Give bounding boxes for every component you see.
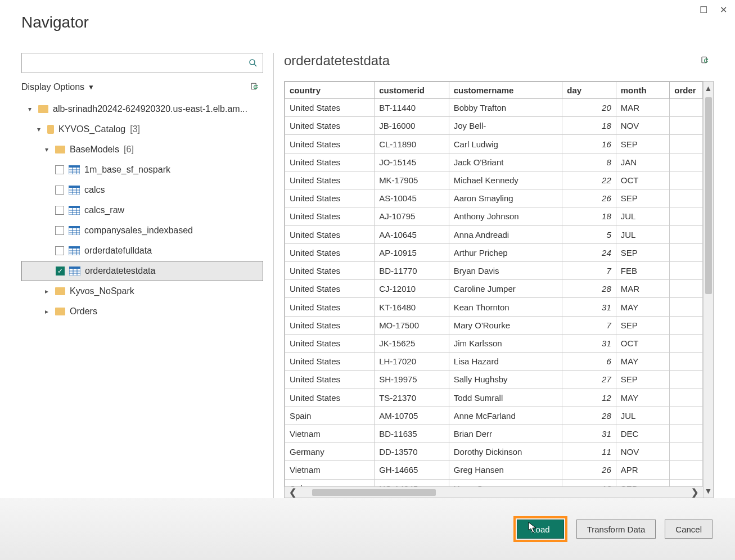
cancel-button[interactable]: Cancel [665, 520, 713, 539]
tree-item-orderdatetestdata[interactable]: ✓orderdatetestdata [21, 261, 263, 281]
cell-month: MAR [616, 99, 669, 117]
column-header-month[interactable]: month [616, 82, 669, 99]
column-header-order[interactable]: order [670, 82, 703, 99]
cell-customername: Brian Derr [449, 424, 562, 442]
table-row[interactable]: United StatesTS-21370Todd Sumrall12MAY [285, 389, 703, 407]
horizontal-scrollbar[interactable]: ❮ ❯ [285, 486, 703, 498]
table-row[interactable]: United StatesAJ-10795Anthony Johnson18JU… [285, 207, 703, 225]
table-row[interactable]: United StatesJO-15145Jack O'Briant8JAN [285, 153, 703, 171]
scroll-up-icon[interactable]: ▲ [705, 82, 713, 95]
cell-customerid: JK-15625 [375, 334, 449, 352]
cell-month: OCT [616, 334, 669, 352]
scroll-down-icon[interactable]: ▼ [705, 484, 713, 498]
tree-item-orderdatefulldata[interactable]: orderdatefulldata [21, 241, 263, 261]
table-icon [69, 165, 80, 174]
table-row[interactable]: United StatesAA-10645Anna Andreadi5JUL [285, 225, 703, 243]
table-row[interactable]: United StatesMO-17500Mary O'Rourke7SEP [285, 316, 703, 334]
table-row[interactable]: United StatesBD-11770Bryan Davis7FEB [285, 261, 703, 279]
table-row[interactable]: United StatesMK-17905Michael Kennedy22OC… [285, 171, 703, 189]
tree-count: [3] [130, 124, 140, 134]
tree-node-basemodels[interactable]: ▾ BaseModels [6] [21, 139, 263, 160]
cell-day: 18 [562, 117, 616, 135]
cell-order [670, 353, 703, 371]
table-row[interactable]: VietnamBD-11635Brian Derr31DEC [285, 424, 703, 442]
maximize-button[interactable]: ☐ [700, 4, 707, 15]
cell-country: Vietnam [285, 461, 375, 479]
column-header-country[interactable]: country [285, 82, 375, 99]
highlight-annotation: Load [513, 516, 567, 542]
display-options-dropdown[interactable]: Display Options ▼ [21, 82, 94, 92]
table-row[interactable]: United StatesJK-15625Jim Karlsson31OCT [285, 334, 703, 352]
cell-month: JUL [616, 207, 669, 225]
checkbox[interactable] [55, 226, 64, 235]
tree-label: Kyvos_NoSpark [70, 286, 134, 296]
table-row[interactable]: United StatesLH-17020Lisa Hazard6MAY [285, 353, 703, 371]
checkbox[interactable] [55, 186, 64, 195]
cell-customerid: AA-10645 [375, 225, 449, 243]
transform-data-button[interactable]: Transform Data [576, 520, 656, 539]
cell-day: 31 [562, 298, 616, 316]
table-row[interactable]: United StatesCL-11890Carl Ludwig16SEP [285, 135, 703, 153]
cell-country: United States [285, 389, 375, 407]
tree-node-root[interactable]: ▾ alb-srinadh20242-624920320.us-east-1.e… [21, 99, 263, 119]
column-header-customerid[interactable]: customerid [375, 82, 449, 99]
tree-item-1m_base_sf_nospark[interactable]: 1m_base_sf_nospark [21, 160, 263, 180]
checkbox[interactable]: ✓ [56, 267, 65, 276]
search-box[interactable] [21, 53, 263, 73]
table-row[interactable]: SpainAM-10705Anne McFarland28JUL [285, 407, 703, 424]
cell-country: United States [285, 298, 375, 316]
load-button[interactable]: Load [517, 520, 563, 539]
cell-month: MAY [616, 389, 669, 407]
search-input[interactable] [26, 58, 248, 68]
scrollbar-thumb[interactable] [312, 489, 436, 496]
refresh-preview-icon[interactable] [700, 56, 710, 66]
scrollbar-thumb[interactable] [705, 97, 712, 294]
tree-node-catalog[interactable]: ▾ KYVOS_Catalog [3] [21, 119, 263, 139]
checkbox[interactable] [55, 165, 64, 174]
cell-order [670, 171, 703, 189]
table-row[interactable]: United StatesAS-10045Aaron Smayling26SEP [285, 189, 703, 207]
folder-icon [55, 146, 65, 153]
cell-month: SEP [616, 189, 669, 207]
tree-item-label: orderdatefulldata [84, 246, 152, 256]
tree-item-calcs[interactable]: calcs [21, 180, 263, 200]
search-icon[interactable] [248, 58, 258, 68]
close-button[interactable]: ✕ [720, 4, 727, 15]
tree-item-calcs_raw[interactable]: calcs_raw [21, 200, 263, 220]
table-row[interactable]: United StatesKT-16480Kean Thornton31MAY [285, 298, 703, 316]
table-row[interactable]: United StatesCJ-12010Caroline Jumper28MA… [285, 280, 703, 298]
caret-down-icon: ▾ [35, 125, 43, 133]
table-icon [69, 186, 80, 195]
scroll-left-icon[interactable]: ❮ [285, 487, 301, 498]
cell-day: 16 [562, 135, 616, 153]
cell-month: SEP [616, 243, 669, 261]
table-row[interactable]: GermanyDD-13570Dorothy Dickinson11NOV [285, 443, 703, 461]
cell-order [670, 334, 703, 352]
cell-month: JUL [616, 407, 669, 424]
refresh-icon[interactable] [250, 82, 260, 92]
table-row[interactable]: United StatesBT-11440Bobby Trafton20MAR [285, 99, 703, 117]
table-row[interactable]: United StatesJB-16000Joy Bell-18NOV [285, 117, 703, 135]
checkbox[interactable] [55, 206, 64, 215]
tree-item-companysales_indexbased[interactable]: companysales_indexbased [21, 220, 263, 241]
vertical-scrollbar[interactable]: ▲ ▼ [703, 82, 713, 498]
cell-day: 7 [562, 261, 616, 279]
tree-node-orders[interactable]: ▸ Orders [21, 301, 263, 322]
scroll-right-icon[interactable]: ❯ [687, 487, 703, 498]
column-header-customername[interactable]: customername [449, 82, 562, 99]
cell-day: 26 [562, 461, 616, 479]
cell-customerid: JO-15145 [375, 153, 449, 171]
cell-order [670, 189, 703, 207]
table-row[interactable]: VietnamGH-14665Greg Hansen26APR [285, 461, 703, 479]
checkbox[interactable] [55, 246, 64, 255]
cell-day: 24 [562, 243, 616, 261]
table-row[interactable]: United StatesAP-10915Arthur Prichep24SEP [285, 243, 703, 261]
tree-node-nospark[interactable]: ▸ Kyvos_NoSpark [21, 281, 263, 301]
table-row[interactable]: United StatesSH-19975Sally Hughsby27SEP [285, 371, 703, 389]
cell-customerid: AP-10915 [375, 243, 449, 261]
cell-country: United States [285, 316, 375, 334]
cell-day: 8 [562, 153, 616, 171]
column-header-day[interactable]: day [562, 82, 616, 99]
table-icon [69, 267, 80, 276]
cell-order [670, 298, 703, 316]
